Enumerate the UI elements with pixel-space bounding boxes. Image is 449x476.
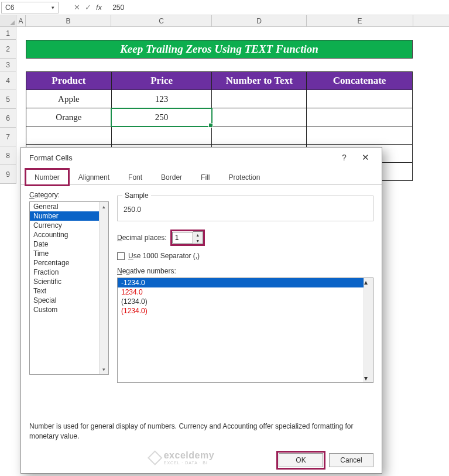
header-concat[interactable]: Concatenate [307,72,413,90]
cell-product[interactable]: Apple [26,90,112,108]
spin-up-icon[interactable]: ▲ [193,232,203,238]
col-header-A[interactable]: A [16,15,26,26]
dialog-title: Format Cells [29,153,334,162]
watermark-tagline: EXCEL · DATA · BI [164,461,214,465]
tab-fill[interactable]: Fill [192,169,218,184]
scroll-up-icon[interactable]: ▴ [364,278,373,286]
cancel-button[interactable]: Cancel [329,453,373,467]
column-headers: A B C D E [0,15,449,27]
scrollbar[interactable]: ▴ ▾ [364,278,373,382]
separator-checkbox[interactable] [117,252,125,260]
cell-concat[interactable] [307,90,413,108]
decimal-places-row: Decimal places: ▲ ▼ [117,230,373,246]
category-item[interactable]: Percentage [30,258,108,268]
category-item[interactable]: Fraction [30,268,108,277]
table-row: Orange 250 [26,108,413,126]
row-header-2[interactable]: 2 [0,40,16,59]
cell-price-selected[interactable]: 250 [111,108,212,126]
sample-value: 250.0 [124,206,367,214]
tab-alignment[interactable]: Alignment [70,169,118,184]
neg-option[interactable]: (1234.0) [118,306,373,316]
spin-down-icon[interactable]: ▼ [193,238,203,244]
watermark: exceldemy EXCEL · DATA · BI [150,450,214,465]
neg-option[interactable]: -1234.0 [118,278,373,287]
dialog-body: Category: General Number Currency Accoun… [21,185,382,419]
row-header-3[interactable]: 3 [0,59,16,71]
formula-bar-icons: ✕ ✓ fx [74,3,102,12]
category-item[interactable]: Custom [30,305,108,314]
fx-icon[interactable]: fx [96,3,102,12]
row-header-4[interactable]: 4 [0,71,16,90]
decimal-spinner-highlight: ▲ ▼ [170,230,205,246]
scroll-down-icon[interactable]: ▾ [100,365,108,374]
confirm-icon[interactable]: ✓ [85,3,91,12]
col-header-D[interactable]: D [212,15,307,26]
cell-concat[interactable] [307,108,413,126]
close-icon[interactable]: ✕ [355,152,376,163]
cell-price[interactable]: 123 [111,90,212,108]
category-item[interactable]: Text [30,286,108,296]
category-label: Category: [29,191,109,199]
tab-border[interactable]: Border [152,169,191,184]
dialog-titlebar[interactable]: Format Cells ? ✕ [21,148,382,167]
cell-n2t[interactable] [212,108,307,126]
dialog-tabs: Number Alignment Font Border Fill Protec… [21,167,382,185]
header-row: Product Price Number to Text Concatenate [26,72,413,90]
table-row: Apple 123 [26,90,413,108]
sample-box: Sample 250.0 [117,196,373,221]
row-header-6[interactable]: 6 [0,109,16,128]
scroll-up-icon[interactable]: ▴ [100,202,108,211]
cell-product[interactable]: Orange [26,108,112,126]
negative-numbers-list[interactable]: -1234.0 1234.0 (1234.0) (1234.0) ▴ ▾ [117,278,373,383]
row-header-5[interactable]: 5 [0,90,16,109]
category-item[interactable]: Currency [30,221,108,230]
category-item[interactable]: Date [30,239,108,249]
dialog-footer: OK Cancel [279,453,373,467]
category-item[interactable]: Special [30,296,108,305]
neg-option[interactable]: (1234.0) [118,297,373,306]
sheet-title: Keep Trailing Zeros Using TEXT Function [26,40,413,59]
header-product[interactable]: Product [26,72,112,90]
category-item[interactable]: Time [30,249,108,258]
table-row [26,126,413,145]
category-column: Category: General Number Currency Accoun… [29,191,109,419]
col-header-E[interactable]: E [307,15,413,26]
negative-numbers-label: Negative numbers: [117,267,373,275]
separator-label: Use 1000 Separator (,) [128,252,200,260]
format-cells-dialog: Format Cells ? ✕ Number Alignment Font B… [20,147,382,474]
row-headers: 1 2 3 4 5 6 7 8 9 [0,27,16,184]
tab-font[interactable]: Font [119,169,151,184]
row-header-7[interactable]: 7 [0,128,16,146]
help-icon[interactable]: ? [334,153,355,162]
category-item[interactable]: Accounting [30,230,108,239]
cancel-icon[interactable]: ✕ [74,3,80,12]
row-header-1[interactable]: 1 [0,27,16,40]
name-box[interactable]: C6 ▾ [1,2,59,13]
spinner-buttons: ▲ ▼ [193,231,203,244]
category-item[interactable]: General [30,202,108,211]
tab-protection[interactable]: Protection [220,169,269,184]
decimal-places-input[interactable] [172,232,193,244]
category-list[interactable]: General Number Currency Accounting Date … [29,201,109,375]
header-n2t[interactable]: Number to Text [212,72,307,90]
category-item-selected[interactable]: Number [30,211,108,221]
category-description: Number is used for general display of nu… [21,419,382,444]
row-header-8[interactable]: 8 [0,146,16,165]
neg-option[interactable]: 1234.0 [118,287,373,297]
scrollbar[interactable]: ▴ ▾ [99,202,108,374]
scroll-down-icon[interactable]: ▾ [364,374,373,382]
formula-input[interactable]: 250 [108,4,448,12]
cell-n2t[interactable] [212,90,307,108]
cell-reference: C6 [5,4,14,12]
tab-number[interactable]: Number [26,169,68,185]
col-header-C[interactable]: C [111,15,212,26]
row-header-9[interactable]: 9 [0,165,16,184]
ok-button[interactable]: OK [279,453,323,467]
chevron-down-icon[interactable]: ▾ [52,5,54,11]
category-item[interactable]: Scientific [30,277,108,286]
select-all-corner[interactable] [0,15,16,26]
header-price[interactable]: Price [111,72,212,90]
formula-bar: C6 ▾ ✕ ✓ fx 250 [0,0,449,15]
col-header-B[interactable]: B [26,15,111,26]
watermark-brand: exceldemy [164,450,214,461]
